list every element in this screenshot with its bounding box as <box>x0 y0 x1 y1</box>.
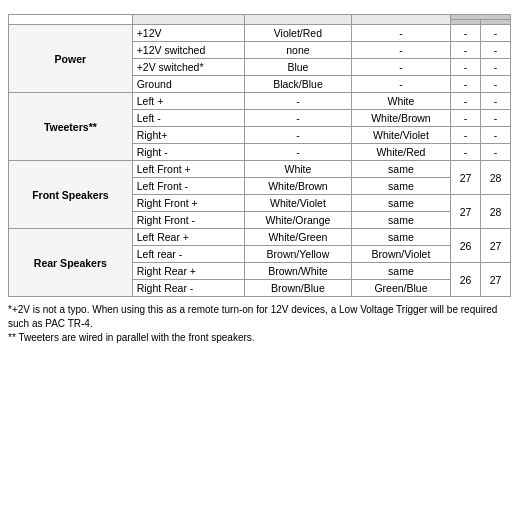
table-row: Tweeters**Left +-White-- <box>9 93 511 110</box>
wire-cell: +2V switched* <box>132 59 244 76</box>
radio-harness-cell: White/Orange <box>245 212 352 229</box>
wire-cell: Left Rear + <box>132 229 244 246</box>
wire-cell: Left rear - <box>132 246 244 263</box>
radio-harness-cell: White/Green <box>245 229 352 246</box>
radio-harness-cell: Brown/Blue <box>245 280 352 297</box>
clipping-starts-cell: 27 <box>481 263 511 297</box>
radio-harness-cell: Brown/White <box>245 263 352 280</box>
clipping-starts-cell: - <box>481 42 511 59</box>
wire-cell: Right Front - <box>132 212 244 229</box>
radio-harness-cell: White <box>245 161 352 178</box>
speaker-cell: White/Brown <box>351 110 450 127</box>
speaker-cell: - <box>351 59 450 76</box>
table-row: Front SpeakersLeft Front +Whitesame2728 <box>9 161 511 178</box>
wire-cell: +12V <box>132 25 244 42</box>
wire-cell: Right Front + <box>132 195 244 212</box>
speaker-cell: - <box>351 25 450 42</box>
max-volume-cell: 26 <box>451 263 481 297</box>
wire-cell: Right - <box>132 144 244 161</box>
max-volume-cell: - <box>451 93 481 110</box>
speaker-cell: Green/Blue <box>351 280 450 297</box>
wire-cell: Right Rear - <box>132 280 244 297</box>
radio-harness-cell: White/Brown <box>245 178 352 195</box>
speaker-cell: - <box>351 42 450 59</box>
speaker-cell: same <box>351 195 450 212</box>
page-container: Power+12VViolet/Red---+12V switchednone-… <box>8 14 511 345</box>
max-volume-cell: 27 <box>451 195 481 229</box>
wire-cell: Left Front - <box>132 178 244 195</box>
wire-cell: Left - <box>132 110 244 127</box>
radio-harness-cell: - <box>245 144 352 161</box>
max-volume-cell: - <box>451 144 481 161</box>
speaker-cell: same <box>351 178 450 195</box>
speaker-cell: White/Red <box>351 144 450 161</box>
category-cell: Tweeters** <box>9 93 133 161</box>
clipping-starts-cell: - <box>481 144 511 161</box>
col-header-radio <box>245 15 352 25</box>
footnotes-area: *+2V is not a typo. When using this as a… <box>8 303 511 345</box>
col-header-speaker <box>351 15 450 25</box>
radio-harness-cell: Violet/Red <box>245 25 352 42</box>
wire-cell: Left Front + <box>132 161 244 178</box>
max-volume-cell: - <box>451 42 481 59</box>
speaker-cell: - <box>351 76 450 93</box>
radio-harness-cell: - <box>245 110 352 127</box>
clipping-starts-cell: 28 <box>481 195 511 229</box>
wire-cell: Left + <box>132 93 244 110</box>
table-row: Rear SpeakersLeft Rear +White/Greensame2… <box>9 229 511 246</box>
radio-harness-cell: Black/Blue <box>245 76 352 93</box>
category-cell: Front Speakers <box>9 161 133 229</box>
radio-harness-cell: Brown/Yellow <box>245 246 352 263</box>
clipping-starts-cell: 27 <box>481 229 511 263</box>
wire-cell: Right Rear + <box>132 263 244 280</box>
category-cell: Power <box>9 25 133 93</box>
speaker-cell: White/Violet <box>351 127 450 144</box>
wire-cell: Right+ <box>132 127 244 144</box>
radio-harness-cell: none <box>245 42 352 59</box>
max-volume-cell: - <box>451 127 481 144</box>
footnote-2: ** Tweeters are wired in parallel with t… <box>8 331 511 345</box>
clipping-starts-cell: - <box>481 127 511 144</box>
clipping-starts-cell: - <box>481 110 511 127</box>
speaker-cell: same <box>351 161 450 178</box>
max-volume-cell: 27 <box>451 161 481 195</box>
radio-harness-cell: - <box>245 127 352 144</box>
wire-colors-table: Power+12VViolet/Red---+12V switchednone-… <box>8 14 511 297</box>
max-volume-cell: - <box>451 59 481 76</box>
max-volume-cell: - <box>451 110 481 127</box>
max-volume-cell: 26 <box>451 229 481 263</box>
speaker-cell: same <box>351 229 450 246</box>
clipping-starts-cell: 28 <box>481 161 511 195</box>
max-volume-cell: - <box>451 76 481 93</box>
speaker-cell: Brown/Violet <box>351 246 450 263</box>
radio-harness-cell: - <box>245 93 352 110</box>
speaker-cell: same <box>351 263 450 280</box>
wire-cell: Ground <box>132 76 244 93</box>
radio-harness-cell: White/Violet <box>245 195 352 212</box>
footnote-1: *+2V is not a typo. When using this as a… <box>8 303 511 331</box>
speaker-cell: White <box>351 93 450 110</box>
clipping-starts-cell: - <box>481 76 511 93</box>
clipping-starts-cell: - <box>481 25 511 42</box>
radio-harness-cell: Blue <box>245 59 352 76</box>
clipping-starts-cell: - <box>481 93 511 110</box>
max-volume-cell: - <box>451 25 481 42</box>
table-row: Power+12VViolet/Red--- <box>9 25 511 42</box>
col-header-wire <box>132 15 244 25</box>
wire-cell: +12V switched <box>132 42 244 59</box>
speaker-cell: same <box>351 212 450 229</box>
category-cell: Rear Speakers <box>9 229 133 297</box>
clipping-starts-cell: - <box>481 59 511 76</box>
